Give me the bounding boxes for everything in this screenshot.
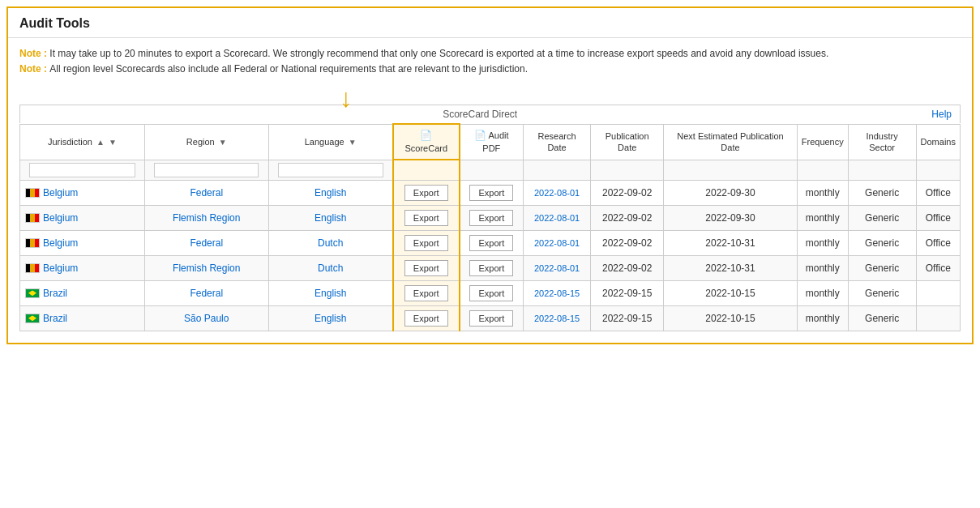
language-filter-input[interactable] — [278, 163, 383, 177]
scorecard-export-button[interactable]: Export — [404, 260, 448, 276]
publication-date-cell: 2022-09-15 — [591, 305, 664, 331]
th-next-estimated: Next Estimated Publication Date — [664, 124, 798, 160]
note-line-1: Note : It may take up to 20 minutes to e… — [19, 46, 961, 62]
next-estimated-date-cell: 2022-09-30 — [664, 180, 798, 205]
domains-cell — [916, 280, 960, 305]
jurisdiction-cell: Belgium — [20, 205, 145, 230]
scorecard-export-cell: Export — [393, 255, 460, 280]
th-frequency: Frequency — [797, 124, 848, 160]
audit-pdf-export-button[interactable]: Export — [469, 185, 513, 201]
region-cell: Flemish Region — [144, 205, 268, 230]
next-estimated-date-cell: 2022-10-31 — [664, 230, 798, 255]
scorecard-export-cell: Export — [393, 230, 460, 255]
audit-pdf-export-button[interactable]: Export — [469, 235, 513, 251]
audit-pdf-export-button[interactable]: Export — [469, 210, 513, 226]
sort-asc-icon[interactable]: ▲ — [96, 138, 105, 147]
publication-date-cell: 2022-09-02 — [591, 180, 664, 205]
audit-pdf-export-cell: Export — [460, 255, 524, 280]
filter-cell-region — [144, 160, 268, 180]
publication-date-cell: 2022-09-02 — [591, 205, 664, 230]
th-region: Region ▼ — [144, 124, 268, 160]
th-research-date: Research Date — [523, 124, 590, 160]
language-cell: Dutch — [268, 230, 393, 255]
table-row: BelgiumFlemish RegionDutchExportExport20… — [20, 255, 961, 280]
domains-cell: Office — [916, 255, 960, 280]
page-title: Audit Tools — [8, 8, 972, 38]
language-filter-icon[interactable]: ▼ — [349, 138, 357, 147]
th-audit-pdf: 📄 Audit PDF — [460, 124, 524, 160]
publication-date-cell: 2022-09-02 — [591, 255, 664, 280]
research-date-cell: 2022-08-01 — [523, 255, 590, 280]
filter-cell-domains — [916, 160, 960, 180]
industry-sector-cell: Generic — [848, 305, 916, 331]
down-arrow-icon: ↓ — [340, 85, 353, 111]
audit-pdf-export-cell: Export — [460, 205, 524, 230]
jurisdiction-filter-icon[interactable]: ▼ — [109, 138, 117, 147]
industry-sector-cell: Generic — [848, 280, 916, 305]
flag-be — [25, 263, 40, 273]
jurisdiction-cell: Belgium — [20, 230, 145, 255]
filter-cell-industry-sector — [848, 160, 916, 180]
region-cell: Federal — [144, 280, 268, 305]
audit-pdf-export-cell: Export — [460, 180, 524, 205]
jurisdiction-name: Brazil — [43, 288, 67, 299]
table-section: ↓ ScoreCard Direct Help Jurisdiction ▲ ▼… — [8, 85, 972, 342]
domains-cell — [916, 305, 960, 331]
scorecard-export-button[interactable]: Export — [404, 310, 448, 327]
jurisdiction-name: Brazil — [43, 313, 67, 324]
scorecard-export-button[interactable]: Export — [404, 210, 448, 226]
audit-pdf-export-button[interactable]: Export — [469, 285, 513, 301]
notes-section: Note : It may take up to 20 minutes to e… — [8, 38, 972, 85]
publication-date-cell: 2022-09-15 — [591, 280, 664, 305]
jurisdiction-cell: Belgium — [20, 180, 145, 205]
note-label-2: Note : — [19, 63, 49, 75]
table-row: BrazilSão PauloEnglishExportExport2022-0… — [20, 305, 961, 331]
audit-pdf-export-button[interactable]: Export — [469, 310, 513, 327]
scorecard-export-cell: Export — [393, 280, 460, 305]
scorecard-export-button[interactable]: Export — [404, 285, 448, 301]
region-cell: Flemish Region — [144, 255, 268, 280]
audit-pdf-export-cell: Export — [460, 280, 524, 305]
scorecard-icon: 📄 — [420, 130, 432, 141]
filter-cell-jurisdiction — [20, 160, 145, 180]
audit-pdf-export-cell: Export — [460, 230, 524, 255]
th-jurisdiction: Jurisdiction ▲ ▼ — [20, 124, 145, 160]
language-cell: English — [268, 280, 393, 305]
scorecard-export-button[interactable]: Export — [404, 235, 448, 251]
next-estimated-date-cell: 2022-10-15 — [664, 305, 798, 331]
jurisdiction-name: Belgium — [43, 237, 78, 249]
next-estimated-date-cell: 2022-09-30 — [664, 205, 798, 230]
region-cell: Federal — [144, 230, 268, 255]
flag-be — [25, 188, 40, 198]
language-cell: English — [268, 305, 393, 331]
language-cell: English — [268, 205, 393, 230]
flag-be — [25, 238, 40, 248]
jurisdiction-cell: Belgium — [20, 255, 145, 280]
publication-date-cell: 2022-09-02 — [591, 230, 664, 255]
research-date-cell: 2022-08-01 — [523, 205, 590, 230]
note-line-2: Note : All region level Scorecards also … — [19, 62, 961, 77]
filter-cell-scorecard — [393, 160, 460, 180]
th-industry-sector: Industry Sector — [848, 124, 916, 160]
region-cell: Federal — [144, 180, 268, 205]
flag-be — [25, 213, 40, 223]
jurisdiction-cell: Brazil — [20, 305, 145, 331]
page-container: Audit Tools Note : It may take up to 20 … — [6, 6, 974, 344]
region-filter-input[interactable] — [154, 163, 259, 177]
research-date-cell: 2022-08-01 — [523, 230, 590, 255]
region-filter-icon[interactable]: ▼ — [219, 138, 227, 147]
frequency-cell: monthly — [797, 205, 848, 230]
frequency-cell: monthly — [797, 180, 848, 205]
scorecard-export-cell: Export — [393, 180, 460, 205]
domains-cell: Office — [916, 230, 960, 255]
table-row: BelgiumFederalDutchExportExport2022-08-0… — [20, 230, 961, 255]
jurisdiction-filter-input[interactable] — [29, 163, 135, 177]
frequency-cell: monthly — [797, 230, 848, 255]
filter-cell-next-estimated — [664, 160, 798, 180]
region-cell: São Paulo — [144, 305, 268, 331]
audit-pdf-export-button[interactable]: Export — [469, 260, 513, 276]
frequency-cell: monthly — [797, 255, 848, 280]
scorecard-export-button[interactable]: Export — [404, 185, 448, 201]
industry-sector-cell: Generic — [848, 255, 916, 280]
industry-sector-cell: Generic — [848, 205, 916, 230]
